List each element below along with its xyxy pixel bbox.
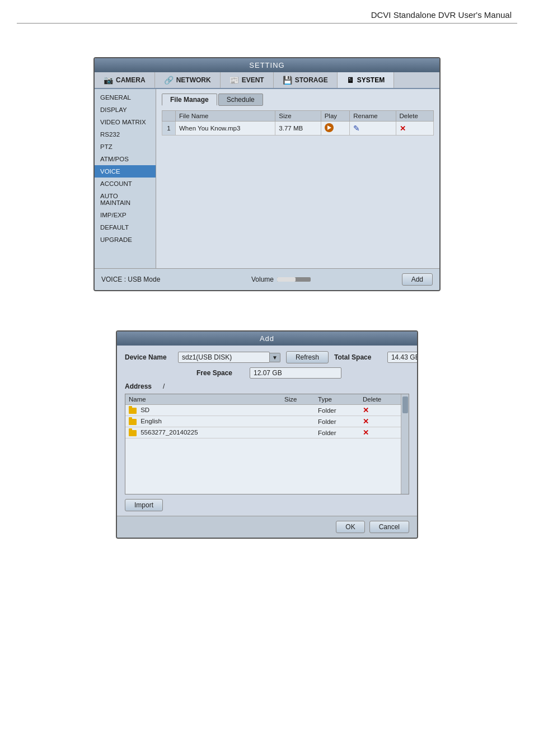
col-size: Size bbox=[284, 395, 318, 403]
storage-icon: 💾 bbox=[283, 76, 292, 85]
add-button[interactable]: Add bbox=[402, 273, 433, 286]
row-play[interactable] bbox=[321, 122, 350, 136]
file-row-type: Folder bbox=[318, 430, 363, 436]
free-space-input bbox=[250, 367, 341, 379]
table-row: 1 When You Know.mp3 3.77 MB ✎ ✕ bbox=[162, 122, 434, 136]
sidebar-item-account[interactable]: ACCOUNT bbox=[95, 178, 156, 190]
add-dialog-bottom: OK Cancel bbox=[117, 516, 417, 538]
list-item[interactable]: 5563277_20140225 Folder ✕ bbox=[125, 427, 409, 438]
sidebar-item-voice[interactable]: VOICE bbox=[95, 165, 156, 178]
tab-system-label: SYSTEM bbox=[357, 76, 385, 84]
col-play: Play bbox=[321, 111, 350, 122]
sidebar-item-video-matrix[interactable]: VIDEO MATRIX bbox=[95, 116, 156, 128]
folder-icon bbox=[129, 419, 137, 425]
voice-mode-label: VOICE : USB Mode bbox=[101, 276, 160, 283]
system-icon: 🖥 bbox=[346, 76, 354, 85]
row-size: 3.77 MB bbox=[275, 122, 321, 136]
sidebar-item-ptz[interactable]: PTZ bbox=[95, 141, 156, 153]
play-button-icon[interactable] bbox=[325, 123, 334, 132]
address-value: / bbox=[163, 382, 165, 390]
address-row: Address / bbox=[125, 382, 409, 390]
folder-icon bbox=[129, 408, 137, 414]
file-delete-icon[interactable]: ✕ bbox=[363, 428, 396, 437]
tab-event-label: EVENT bbox=[242, 76, 264, 84]
sidebar-item-rs232[interactable]: RS232 bbox=[95, 128, 156, 141]
tab-file-manage[interactable]: File Manage bbox=[162, 94, 217, 106]
device-row: Device Name ▼ Refresh Total Space bbox=[125, 351, 409, 363]
list-item[interactable]: English Folder ✕ bbox=[125, 416, 409, 427]
setting-sidebar: GENERAL DISPLAY VIDEO MATRIX RS232 PTZ A… bbox=[95, 89, 156, 268]
volume-fill bbox=[277, 277, 296, 282]
event-icon: 📰 bbox=[229, 76, 239, 85]
file-delete-icon[interactable]: ✕ bbox=[363, 406, 396, 414]
add-title-bar: Add bbox=[117, 332, 417, 346]
col-delete: Delete bbox=[396, 111, 433, 122]
refresh-button[interactable]: Refresh bbox=[286, 351, 329, 363]
address-label: Address bbox=[125, 382, 158, 390]
tab-system[interactable]: 🖥 SYSTEM bbox=[338, 72, 394, 88]
import-button[interactable]: Import bbox=[125, 499, 163, 511]
tab-storage-label: STORAGE bbox=[295, 76, 328, 84]
folder-icon bbox=[129, 430, 137, 436]
scroll-thumb[interactable] bbox=[402, 396, 408, 413]
file-row-type: Folder bbox=[318, 418, 363, 425]
file-list-area: Name Size Type Delete SD Folder ✕ bbox=[125, 394, 409, 494]
sidebar-item-atm-pos[interactable]: ATM/POS bbox=[95, 153, 156, 165]
device-name-dropdown-icon[interactable]: ▼ bbox=[270, 353, 280, 362]
tab-schedule[interactable]: Schedule bbox=[218, 94, 263, 106]
col-rename: Rename bbox=[350, 111, 396, 122]
setting-title-bar: SETTING bbox=[95, 58, 439, 72]
rename-icon[interactable]: ✎ bbox=[353, 124, 360, 133]
tab-storage[interactable]: 💾 STORAGE bbox=[274, 72, 338, 88]
col-name: Name bbox=[129, 395, 284, 403]
setting-panel-wrap: SETTING 📷 CAMERA 🔗 NETWORK 📰 EVENT 💾 STO… bbox=[93, 57, 441, 291]
device-name-select-wrap: ▼ bbox=[178, 352, 280, 363]
sidebar-item-general[interactable]: GENERAL bbox=[95, 91, 156, 104]
tab-camera[interactable]: 📷 CAMERA bbox=[95, 72, 155, 88]
file-row-name: 5563277_20140225 bbox=[129, 429, 284, 436]
file-row-name: English bbox=[129, 418, 284, 424]
file-table: File Name Size Play Rename Delete 1 When… bbox=[162, 110, 434, 136]
page-divider bbox=[17, 23, 517, 24]
delete-icon[interactable]: ✕ bbox=[400, 124, 406, 133]
file-list-header: Name Size Type Delete bbox=[125, 394, 409, 405]
add-body: Device Name ▼ Refresh Total Space Free S… bbox=[117, 346, 417, 516]
list-item[interactable]: SD Folder ✕ bbox=[125, 405, 409, 416]
add-dialog-wrap: Add Device Name ▼ Refresh Total Space Fr… bbox=[116, 330, 418, 539]
col-delete: Delete bbox=[363, 395, 396, 403]
setting-panel: SETTING 📷 CAMERA 🔗 NETWORK 📰 EVENT 💾 STO… bbox=[93, 57, 441, 291]
page-title: DCVI Standalone DVR User's Manual bbox=[0, 0, 534, 23]
tab-event[interactable]: 📰 EVENT bbox=[221, 72, 274, 88]
cancel-button[interactable]: Cancel bbox=[369, 521, 409, 533]
ok-button[interactable]: OK bbox=[336, 521, 364, 533]
add-dialog: Add Device Name ▼ Refresh Total Space Fr… bbox=[116, 330, 418, 539]
free-space-row: Free Space bbox=[125, 367, 409, 379]
volume-area: Volume bbox=[251, 276, 311, 283]
free-space-label: Free Space bbox=[196, 369, 244, 377]
sidebar-item-default[interactable]: DEFAULT bbox=[95, 221, 156, 234]
col-type: Type bbox=[318, 395, 363, 403]
file-row-type: Folder bbox=[318, 407, 363, 414]
file-delete-icon[interactable]: ✕ bbox=[363, 417, 396, 426]
volume-bar[interactable] bbox=[277, 277, 311, 282]
col-size: Size bbox=[275, 111, 321, 122]
device-name-label: Device Name bbox=[125, 353, 172, 361]
setting-footer: VOICE : USB Mode Volume Add bbox=[95, 268, 439, 290]
row-rename[interactable]: ✎ bbox=[350, 122, 396, 136]
sidebar-item-upgrade[interactable]: UPGRADE bbox=[95, 234, 156, 246]
setting-tabs: 📷 CAMERA 🔗 NETWORK 📰 EVENT 💾 STORAGE 🖥 S… bbox=[95, 72, 439, 89]
setting-body: GENERAL DISPLAY VIDEO MATRIX RS232 PTZ A… bbox=[95, 89, 439, 268]
device-name-input[interactable] bbox=[178, 352, 270, 363]
sidebar-item-auto-maintain[interactable]: AUTO MAINTAIN bbox=[95, 190, 156, 209]
file-row-name: SD bbox=[129, 407, 284, 413]
sidebar-item-imp-exp[interactable]: IMP/EXP bbox=[95, 209, 156, 221]
sidebar-item-display[interactable]: DISPLAY bbox=[95, 104, 156, 116]
tab-network[interactable]: 🔗 NETWORK bbox=[155, 72, 221, 88]
row-delete[interactable]: ✕ bbox=[396, 122, 433, 136]
tab-camera-label: CAMERA bbox=[116, 76, 146, 84]
camera-icon: 📷 bbox=[104, 76, 113, 85]
row-num: 1 bbox=[162, 122, 176, 136]
col-num bbox=[162, 111, 176, 122]
row-filename: When You Know.mp3 bbox=[176, 122, 275, 136]
scrollbar[interactable] bbox=[401, 394, 409, 494]
